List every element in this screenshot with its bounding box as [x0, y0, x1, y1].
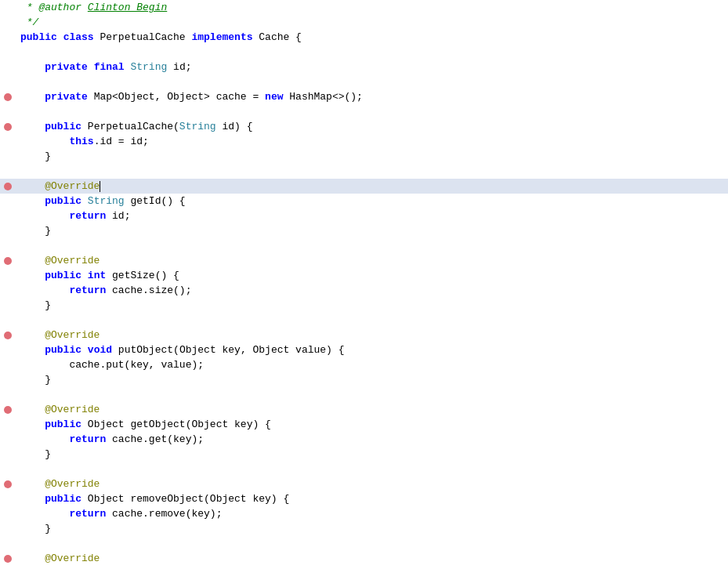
line-gutter — [0, 268, 16, 283]
code-line[interactable]: cache.put(key, value); — [0, 357, 728, 372]
breakpoint-indicator[interactable] — [4, 480, 12, 488]
line-gutter — [0, 551, 16, 566]
line-text: @Override — [16, 253, 728, 268]
line-gutter — [0, 328, 16, 342]
line-text: public void ... — [16, 566, 728, 569]
token-normal: cache.put(key, value); — [20, 359, 204, 371]
token-kw: public — [20, 31, 57, 43]
token-comment: */ — [20, 16, 38, 28]
token-normal — [81, 270, 88, 281]
token-normal — [20, 419, 45, 430]
code-line[interactable] — [0, 238, 728, 253]
token-normal: Object removeObject(Object key) { — [81, 493, 289, 505]
code-line[interactable] — [0, 104, 728, 119]
code-line[interactable] — [0, 164, 728, 179]
code-line[interactable]: @Override — [0, 402, 728, 417]
token-kw: return — [69, 284, 106, 296]
line-gutter — [0, 45, 16, 60]
code-line[interactable]: public void ... — [0, 566, 728, 569]
text-cursor — [100, 181, 100, 192]
breakpoint-indicator[interactable] — [4, 332, 12, 339]
code-line[interactable]: @Override — [0, 477, 728, 491]
token-kw: private — [45, 61, 88, 73]
breakpoint-indicator[interactable] — [4, 257, 12, 265]
token-kw: return — [69, 210, 106, 222]
token-kw: new — [265, 91, 283, 103]
line-gutter — [0, 387, 16, 402]
line-gutter — [0, 149, 16, 164]
breakpoint-indicator[interactable] — [4, 406, 12, 414]
line-text: * @author Clinton Begin — [16, 0, 728, 15]
line-text: @Override — [16, 328, 728, 342]
token-annotation: @Override — [20, 553, 100, 564]
code-line[interactable]: } — [0, 149, 728, 164]
code-line[interactable]: @Override — [0, 328, 728, 342]
line-gutter — [0, 477, 16, 491]
code-line[interactable]: } — [0, 223, 728, 238]
breakpoint-indicator[interactable] — [4, 93, 12, 101]
token-kw: int — [88, 270, 106, 281]
breakpoint-indicator[interactable] — [4, 555, 12, 563]
token-kw: class — [63, 31, 94, 43]
code-line[interactable]: public Object removeObject(Object key) { — [0, 491, 728, 506]
token-normal — [81, 195, 88, 207]
line-gutter — [0, 313, 16, 328]
token-type: String — [130, 61, 167, 73]
code-line[interactable]: this.id = id; — [0, 134, 728, 149]
code-line[interactable]: } — [0, 521, 728, 536]
line-gutter — [0, 491, 16, 506]
token-type: String — [88, 195, 125, 207]
code-line[interactable] — [0, 536, 728, 551]
code-line[interactable]: public int getSize() { — [0, 268, 728, 283]
token-normal: PerpetualCache( — [81, 121, 179, 132]
token-normal — [20, 210, 69, 222]
code-line[interactable]: @Override — [0, 253, 728, 268]
line-text: } — [16, 223, 728, 238]
line-text — [16, 462, 728, 477]
line-gutter — [0, 447, 16, 462]
code-line[interactable]: return cache.size(); — [0, 283, 728, 298]
code-line[interactable]: */ — [0, 15, 728, 30]
code-line[interactable] — [0, 74, 728, 89]
token-kw: final — [94, 61, 125, 73]
code-line[interactable]: public class PerpetualCache implements C… — [0, 30, 728, 45]
code-line[interactable]: * @author Clinton Begin — [0, 0, 728, 15]
token-kw: this — [69, 136, 93, 147]
code-line[interactable]: private Map<Object, Object> cache = new … — [0, 89, 728, 104]
line-gutter — [0, 432, 16, 447]
code-line[interactable] — [0, 387, 728, 402]
token-normal: getId() { — [125, 195, 186, 207]
code-line[interactable]: public void putObject(Object key, Object… — [0, 342, 728, 357]
code-line[interactable]: public String getId() { — [0, 194, 728, 208]
code-line[interactable]: private final String id; — [0, 60, 728, 74]
code-line[interactable]: public Object getObject(Object key) { — [0, 417, 728, 432]
code-line[interactable]: public PerpetualCache(String id) { — [0, 119, 728, 134]
code-line[interactable]: } — [0, 447, 728, 462]
token-kw: public — [45, 195, 81, 207]
code-line[interactable]: return cache.remove(key); — [0, 506, 728, 521]
line-text — [16, 45, 728, 60]
code-line[interactable]: } — [0, 372, 728, 387]
code-line[interactable]: @Override — [0, 551, 728, 566]
line-text: return cache.get(key); — [16, 432, 728, 447]
line-gutter — [0, 521, 16, 536]
token-normal: HashMap<>(); — [283, 91, 362, 103]
line-text: return cache.size(); — [16, 283, 728, 298]
line-text: public PerpetualCache(String id) { — [16, 119, 728, 134]
line-text — [16, 74, 728, 89]
line-gutter — [0, 253, 16, 268]
code-line[interactable]: return cache.get(key); — [0, 432, 728, 447]
code-line[interactable]: @Override — [0, 179, 728, 194]
code-line[interactable]: } — [0, 298, 728, 313]
token-kw: public — [45, 344, 81, 356]
token-normal — [20, 61, 45, 73]
code-line[interactable] — [0, 313, 728, 328]
code-line[interactable] — [0, 462, 728, 477]
line-text: public Object removeObject(Object key) { — [16, 491, 728, 506]
line-text: return id; — [16, 208, 728, 223]
code-line[interactable] — [0, 45, 728, 60]
breakpoint-indicator[interactable] — [4, 123, 12, 131]
token-annotation: @Override — [20, 478, 100, 490]
breakpoint-indicator[interactable] — [4, 183, 12, 190]
code-line[interactable]: return id; — [0, 208, 728, 223]
